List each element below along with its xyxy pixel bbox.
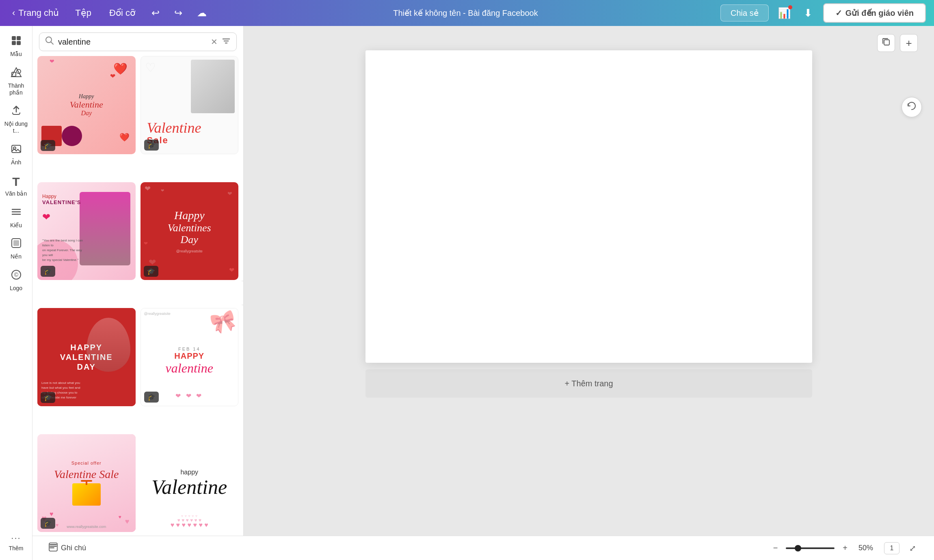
redo-button[interactable]: ↪ (170, 5, 186, 21)
edu-badge-t3: 🎓 (41, 266, 55, 277)
edu-badge-t6: 🎓 (144, 392, 159, 403)
canvas-area: + + Thêm trang (244, 26, 934, 560)
notes-icon (49, 543, 58, 554)
page-number: 1 (890, 545, 894, 552)
copy-icon (882, 37, 891, 49)
undo-button[interactable]: ↩ (147, 5, 164, 21)
template-card-t8[interactable]: happy Valentine ♥ ♥ ♥ ♥ ♥ ♥ ♥ ♥ ♥ ♥ ♥ ♥ … (141, 434, 239, 532)
background-icon (11, 237, 22, 252)
template-card-t1[interactable]: ❤️ ❤ ❤ ❤️ Happy Valentine Day (37, 56, 136, 154)
template-card-t4[interactable]: ❤ ❤ ❤ ❤ Happy Valentines Day @reallygrea… (141, 182, 239, 280)
file-menu-button[interactable]: Tệp (69, 5, 97, 21)
graduation-icon-t6: 🎓 (147, 393, 156, 401)
zoom-in-button[interactable]: + (843, 543, 848, 553)
sidebar-item-elements-label: Thành phần (2, 82, 30, 96)
sidebar-item-more-label: Thêm (9, 545, 24, 552)
add-page-button[interactable]: + Thêm trang (365, 369, 812, 398)
upload-icon (11, 105, 22, 119)
checkmark-icon: ✓ (835, 8, 842, 18)
save-cloud-button[interactable]: ☁ (193, 5, 211, 21)
graduation-icon-t3: 🎓 (44, 267, 52, 275)
text-icon: T (12, 175, 19, 189)
template-card-t3[interactable]: Happy VALENTINE'S "You are the best song… (37, 182, 136, 280)
edu-badge-t5: 🎓 (41, 392, 55, 403)
edu-badge-t4: 🎓 (144, 266, 158, 277)
edu-badge-t1: 🎓 (41, 140, 55, 151)
sidebar-item-uploads[interactable]: Nội dung t... (0, 100, 32, 138)
home-chevron-left-icon: ‹ (12, 8, 15, 18)
share-button[interactable]: Chia sẻ (720, 4, 769, 22)
graduation-icon-t4: 🎓 (147, 267, 155, 275)
add-element-button[interactable]: + (900, 34, 918, 52)
refresh-icon (906, 101, 917, 114)
sidebar-item-elements[interactable]: Thành phần (0, 62, 32, 100)
clear-search-button[interactable]: ✕ (211, 37, 218, 47)
sidebar-item-styles-label: Kiểu (10, 222, 22, 229)
notes-button[interactable]: Ghi chú (49, 543, 86, 554)
resize-menu-button[interactable]: Đổi cỡ (104, 5, 141, 21)
sidebar-item-templates[interactable]: Mẫu (0, 30, 32, 62)
canvas-document[interactable] (365, 50, 812, 363)
send-to-teacher-button[interactable]: ✓ Gửi đến giáo viên (823, 3, 926, 23)
sidebar-item-photos[interactable]: Ảnh (0, 138, 32, 170)
main-layout: Mẫu Thành phần Nội dung t... (0, 26, 934, 560)
sidebar-item-styles[interactable]: Kiểu (0, 201, 32, 233)
top-nav: ‹ Trang chủ Tệp Đổi cỡ ↩ ↪ ☁ Thiết kế kh… (0, 0, 934, 26)
document-title: Thiết kế không tên - Bài đăng Facebook (217, 8, 714, 18)
analytics-button[interactable]: 📊 (775, 4, 793, 22)
download-icon: ⬇ (804, 7, 813, 19)
templates-panel: ✕ ❤️ ❤ ❤ ❤️ (32, 26, 244, 560)
home-button[interactable]: ‹ Trang chủ (8, 5, 63, 21)
sidebar-item-text[interactable]: T Văn bản (0, 170, 32, 201)
zoom-out-button[interactable]: − (773, 543, 778, 553)
edu-badge-t2: 🎓 (144, 140, 159, 151)
home-label: Trang chủ (18, 8, 59, 18)
send-label: Gửi đến giáo viên (845, 8, 914, 18)
search-icon (45, 36, 54, 47)
search-input[interactable] (58, 37, 207, 47)
template-card-t6[interactable]: @reallygreatsite 🎀 FEB 14 HAPPY valentin… (141, 308, 239, 406)
graduation-icon-t7: 🎓 (44, 519, 52, 527)
svg-rect-3 (17, 41, 21, 45)
sidebar-item-more[interactable]: ··· Thêm (0, 528, 32, 556)
templates-icon (11, 35, 22, 49)
copy-page-button[interactable] (877, 34, 895, 52)
svg-rect-13 (13, 240, 19, 246)
photos-icon (11, 143, 22, 157)
graduation-icon-t2: 🎓 (147, 141, 156, 149)
notes-label: Ghi chú (61, 544, 86, 552)
fullscreen-button[interactable]: ⤢ (908, 542, 918, 555)
svg-rect-1 (17, 36, 21, 40)
page-indicator: 1 (884, 542, 899, 554)
template-card-t2[interactable]: Your PhotoGoes HereValentine ♡ Valentine… (141, 56, 239, 154)
sidebar-item-background-label: Nền (11, 253, 22, 260)
left-sidebar: Mẫu Thành phần Nội dung t... (0, 26, 32, 560)
svg-rect-22 (49, 543, 57, 551)
graduation-icon-t1: 🎓 (44, 142, 52, 149)
svg-line-17 (51, 42, 54, 45)
sidebar-item-logo-label: Logo (10, 285, 22, 292)
sidebar-item-background[interactable]: Nền (0, 233, 32, 264)
more-icon: ··· (11, 533, 21, 543)
template-card-t7[interactable]: Special offer Valentine Sale ♥ ♥ ♥ ♥ ♥ w… (37, 434, 136, 532)
sidebar-item-photos-label: Ảnh (11, 159, 22, 166)
download-button[interactable]: ⬇ (800, 4, 817, 22)
logo-icon: © (11, 269, 22, 283)
refresh-button[interactable] (902, 97, 922, 117)
svg-rect-2 (12, 41, 16, 45)
zoom-slider[interactable] (786, 547, 835, 549)
edu-badge-t7: 🎓 (41, 518, 55, 529)
sidebar-item-logo[interactable]: © Logo (0, 264, 32, 296)
canvas-toolbar: + (877, 34, 918, 52)
plus-icon: + (906, 37, 912, 50)
sidebar-item-templates-label: Mẫu (10, 51, 22, 58)
templates-grid: ❤️ ❤ ❤ ❤️ Happy Valentine Day (32, 56, 243, 560)
svg-rect-0 (12, 36, 16, 40)
sidebar-item-uploads-label: Nội dung t... (2, 121, 30, 134)
sidebar-item-text-label: Văn bản (5, 190, 27, 197)
zoom-level: 50% (856, 544, 876, 552)
template-card-t5[interactable]: HAPPYVALENTINEDAY Love is not about what… (37, 308, 136, 406)
notification-dot (788, 5, 792, 9)
filter-button[interactable] (222, 37, 231, 47)
svg-text:©: © (14, 271, 18, 278)
